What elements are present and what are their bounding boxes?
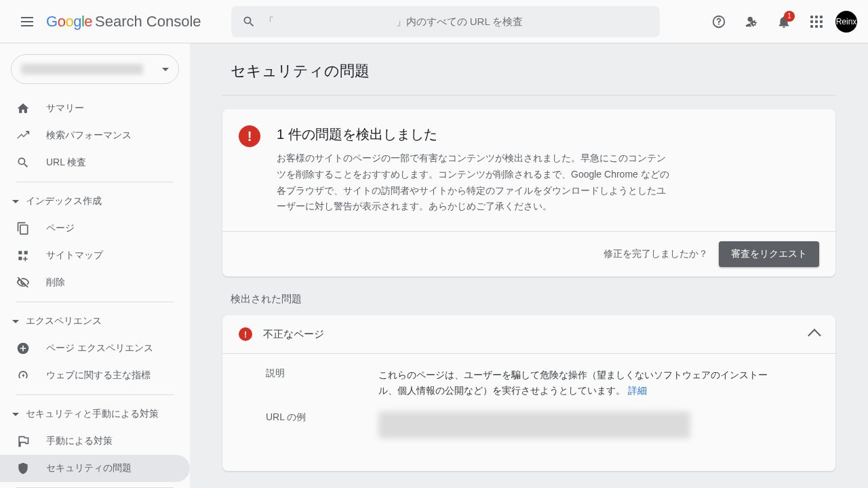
- account-settings-button[interactable]: [738, 8, 765, 35]
- request-review-button[interactable]: 審査をリクエスト: [719, 241, 819, 267]
- plus-circle-icon: [16, 342, 30, 355]
- error-icon: !: [239, 327, 252, 341]
- sidebar-item-label: 手動による対策: [46, 435, 113, 447]
- apps-grid-icon: [810, 16, 823, 28]
- main-content: セキュリティの問題 ! 1 件の問題を検出しました お客様のサイトのページの一部…: [190, 43, 868, 488]
- chart-line-icon: [16, 129, 30, 142]
- help-button[interactable]: [705, 8, 732, 35]
- search-input[interactable]: [264, 16, 649, 27]
- description-label: 説明: [266, 367, 378, 398]
- person-gear-icon: [744, 14, 759, 29]
- sidebar-item-performance[interactable]: 検索パフォーマンス: [0, 122, 190, 149]
- sidebar-item-label: ウェブに関する主な指標: [46, 369, 151, 382]
- help-icon: [711, 14, 726, 29]
- logo[interactable]: Google Search Console: [46, 13, 201, 30]
- hamburger-icon: [21, 17, 33, 26]
- section-label: インデックス作成: [26, 195, 102, 207]
- dropdown-arrow-icon: [162, 68, 169, 71]
- alert-body: お客様のサイトのページの一部で有害なコンテンツが検出されました。早急にこのコンテ…: [277, 150, 670, 215]
- divider: [16, 182, 174, 182]
- sidebar: サマリー 検索パフォーマンス URL 検査 インデックス作成 ページ サイトマッ…: [0, 43, 190, 488]
- url-examples-redacted: [378, 411, 690, 439]
- section-label: セキュリティと手動による対策: [26, 408, 159, 420]
- error-icon: !: [239, 125, 260, 147]
- search-icon: [242, 15, 256, 28]
- divider: [16, 302, 174, 302]
- avatar[interactable]: Reinx: [835, 11, 857, 33]
- divider: [16, 394, 174, 395]
- notification-badge: 1: [784, 11, 795, 22]
- sidebar-item-core-web-vitals[interactable]: ウェブに関する主な指標: [0, 362, 190, 389]
- alert-title: 1 件の問題を検出しました: [277, 125, 670, 144]
- notifications-button[interactable]: 1: [770, 8, 797, 35]
- sidebar-item-label: 検索パフォーマンス: [46, 129, 132, 142]
- sidebar-item-security-issues[interactable]: セキュリティの問題: [0, 455, 190, 482]
- flag-icon: [16, 434, 30, 448]
- speed-icon: [16, 369, 30, 382]
- action-prompt-text: 修正を完了しましたか？: [604, 248, 708, 260]
- home-icon: [16, 102, 30, 115]
- sitemap-icon: [16, 249, 30, 262]
- sidebar-item-label: ページ エクスペリエンス: [46, 342, 153, 354]
- section-security-manual[interactable]: セキュリティと手動による対策: [0, 401, 190, 428]
- sidebar-item-removals[interactable]: 削除: [0, 269, 190, 296]
- chevron-down-icon: [12, 413, 19, 416]
- sidebar-item-page-experience[interactable]: ページ エクスペリエンス: [0, 335, 190, 362]
- detected-issues-heading: 検出された問題: [222, 290, 835, 315]
- divider: [222, 95, 835, 96]
- chevron-up-icon: [808, 329, 821, 342]
- search-icon: [16, 156, 30, 169]
- description-text: これらのページは、ユーザーを騙して危険な操作（望ましくないソフトウェアのインスト…: [378, 369, 768, 395]
- sidebar-item-label: セキュリティの問題: [46, 462, 132, 474]
- google-logo-icon: Google: [46, 13, 92, 30]
- sidebar-item-manual-actions[interactable]: 手動による対策: [0, 428, 190, 455]
- sidebar-item-summary[interactable]: サマリー: [0, 95, 190, 122]
- sidebar-item-label: ページ: [46, 222, 75, 235]
- description-value: これらのページは、ユーザーを騙して危険な操作（望ましくないソフトウェアのインスト…: [378, 367, 778, 398]
- issue-header[interactable]: ! 不正なページ: [222, 315, 835, 354]
- section-label: エクスペリエンス: [26, 315, 102, 327]
- alert-card: ! 1 件の問題を検出しました お客様のサイトのページの一部で有害なコンテンツが…: [222, 109, 835, 277]
- page-title: セキュリティの問題: [222, 43, 835, 95]
- details-link[interactable]: 詳細: [628, 385, 647, 396]
- page-icon: [16, 222, 30, 235]
- chevron-down-icon: [12, 200, 19, 203]
- apps-button[interactable]: [803, 8, 830, 35]
- section-experience[interactable]: エクスペリエンス: [0, 308, 190, 335]
- product-name: Search Console: [95, 13, 201, 30]
- chevron-down-icon: [12, 320, 19, 323]
- search-bar[interactable]: [231, 6, 660, 37]
- sidebar-item-sitemaps[interactable]: サイトマップ: [0, 242, 190, 269]
- menu-button[interactable]: [11, 5, 43, 38]
- url-examples-label: URL の例: [266, 411, 378, 439]
- property-selector[interactable]: [11, 54, 179, 84]
- sidebar-item-label: 削除: [46, 277, 65, 289]
- sidebar-item-pages[interactable]: ページ: [0, 215, 190, 242]
- section-indexing[interactable]: インデックス作成: [0, 188, 190, 215]
- issue-title: 不正なページ: [263, 328, 799, 341]
- sidebar-item-label: URL 検査: [46, 157, 86, 169]
- property-name-redacted: [21, 64, 143, 75]
- sidebar-item-label: サマリー: [46, 102, 84, 115]
- issue-card: ! 不正なページ 説明 これらのページは、ユーザーを騙して危険な操作（望ましくな…: [222, 315, 835, 471]
- sidebar-item-url-inspect[interactable]: URL 検査: [0, 149, 190, 176]
- shield-icon: [16, 462, 30, 475]
- app-header: Google Search Console 1 Reinx: [0, 0, 868, 43]
- visibility-off-icon: [16, 276, 30, 289]
- sidebar-item-label: サイトマップ: [46, 249, 103, 262]
